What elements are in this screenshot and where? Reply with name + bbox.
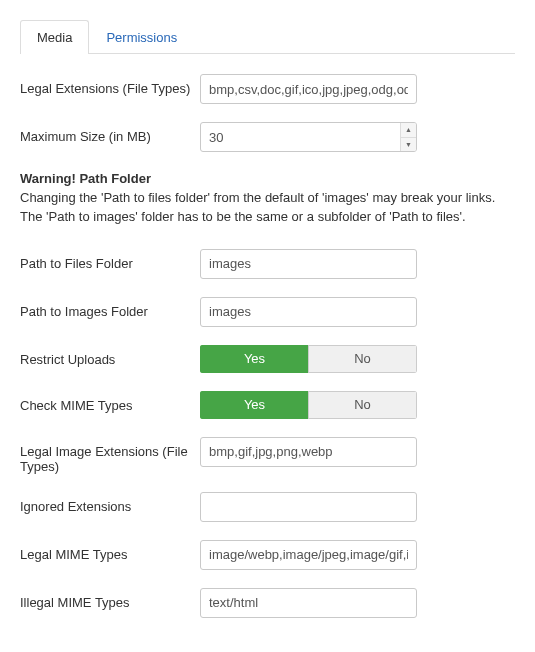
illegal-mime-label: Illegal MIME Types — [20, 588, 200, 610]
mime-yes-button[interactable]: Yes — [200, 391, 308, 419]
legal-mime-input[interactable] — [200, 540, 417, 570]
check-mime-label: Check MIME Types — [20, 391, 200, 413]
warning-block: Warning! Path Folder Changing the 'Path … — [20, 170, 515, 227]
max-size-input[interactable] — [200, 122, 417, 152]
restrict-uploads-toggle: Yes No — [200, 345, 417, 373]
ignored-ext-label: Ignored Extensions — [20, 492, 200, 514]
path-images-label: Path to Images Folder — [20, 297, 200, 319]
warning-line2: The 'Path to images' folder has to be th… — [20, 209, 466, 224]
illegal-mime-input[interactable] — [200, 588, 417, 618]
legal-mime-label: Legal MIME Types — [20, 540, 200, 562]
max-size-label: Maximum Size (in MB) — [20, 122, 200, 144]
spinner-down-icon[interactable]: ▼ — [401, 138, 416, 152]
path-files-input[interactable] — [200, 249, 417, 279]
path-files-label: Path to Files Folder — [20, 249, 200, 271]
path-images-input[interactable] — [200, 297, 417, 327]
legal-extensions-input[interactable] — [200, 74, 417, 104]
tab-permissions[interactable]: Permissions — [89, 20, 194, 54]
check-mime-toggle: Yes No — [200, 391, 417, 419]
restrict-no-button[interactable]: No — [308, 345, 417, 373]
legal-image-ext-label: Legal Image Extensions (File Types) — [20, 437, 200, 474]
warning-title: Warning! Path Folder — [20, 171, 151, 186]
legal-image-ext-input[interactable] — [200, 437, 417, 467]
max-size-spinner: ▲ ▼ — [400, 123, 416, 151]
restrict-yes-button[interactable]: Yes — [200, 345, 308, 373]
restrict-uploads-label: Restrict Uploads — [20, 345, 200, 367]
tab-media[interactable]: Media — [20, 20, 89, 54]
ignored-ext-input[interactable] — [200, 492, 417, 522]
mime-no-button[interactable]: No — [308, 391, 417, 419]
legal-extensions-label: Legal Extensions (File Types) — [20, 74, 200, 96]
tab-bar: Media Permissions — [20, 20, 515, 54]
warning-line1: Changing the 'Path to files folder' from… — [20, 190, 495, 205]
spinner-up-icon[interactable]: ▲ — [401, 123, 416, 138]
